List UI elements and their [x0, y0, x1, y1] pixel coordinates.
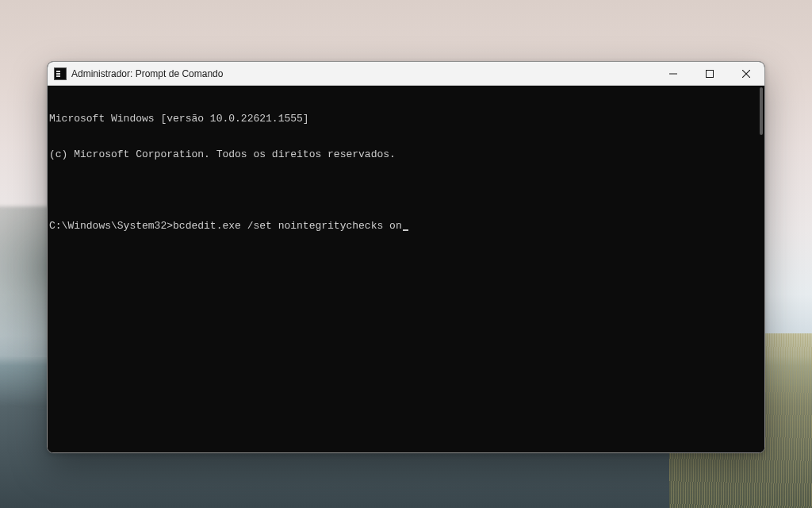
window-titlebar[interactable]: Administrador: Prompt de Comando: [48, 62, 764, 86]
minimize-button[interactable]: [655, 62, 691, 85]
window-title: Administrador: Prompt de Comando: [71, 68, 655, 79]
minimize-icon: [669, 70, 677, 78]
terminal-prompt-line: C:\Windows\System32>bcdedit.exe /set noi…: [49, 220, 760, 232]
terminal-header-line-1: Microsoft Windows [versão 10.0.22621.155…: [49, 113, 760, 125]
terminal-typed-command: bcdedit.exe /set nointegritychecks on: [173, 220, 402, 232]
terminal-prompt-path: C:\Windows\System32>: [49, 220, 173, 232]
terminal-scrollbar-thumb[interactable]: [760, 87, 763, 135]
close-icon: [742, 70, 750, 78]
terminal-scrollbar[interactable]: [753, 87, 763, 451]
terminal-blank-line: [49, 184, 760, 196]
close-button[interactable]: [728, 62, 764, 85]
terminal-header-line-2: (c) Microsoft Corporation. Todos os dire…: [49, 148, 760, 160]
command-prompt-window: Administrador: Prompt de Comando Microso…: [47, 61, 765, 453]
command-prompt-icon: [54, 67, 67, 80]
svg-rect-1: [707, 70, 714, 77]
maximize-icon: [706, 70, 714, 78]
terminal-area[interactable]: Microsoft Windows [versão 10.0.22621.155…: [48, 86, 764, 452]
terminal-cursor: [403, 229, 408, 231]
maximize-button[interactable]: [691, 62, 728, 85]
window-controls: [655, 62, 764, 85]
